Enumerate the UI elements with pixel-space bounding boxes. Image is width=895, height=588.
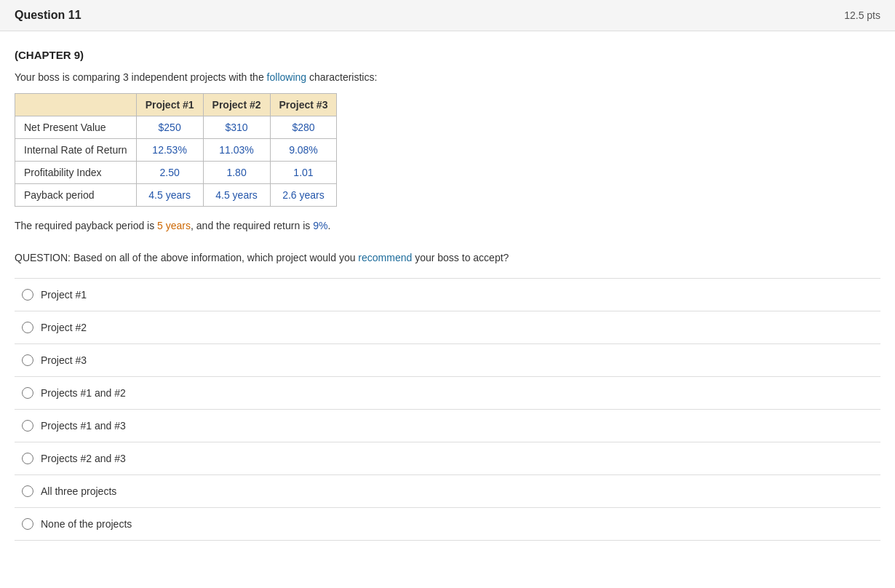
radio-input-opt5[interactable] [22, 420, 33, 432]
radio-label-opt7: All three projects [41, 485, 116, 497]
radio-input-opt2[interactable] [22, 322, 33, 333]
table-label-2: Profitability Index [15, 162, 137, 184]
radio-label-opt1: Project #1 [41, 289, 87, 301]
payback-years: 5 years [157, 220, 191, 231]
radio-option-opt2[interactable]: Project #2 [15, 311, 880, 344]
intro-highlight: following [267, 71, 306, 83]
question-highlight: recommend [358, 252, 412, 263]
table-value-1-0: 12.53% [136, 139, 203, 162]
table-row: Profitability Index2.501.801.01 [15, 162, 337, 184]
radio-option-opt5[interactable]: Projects #1 and #3 [15, 410, 880, 442]
table-value-3-0: 4.5 years [136, 184, 203, 207]
table-value-2-1: 1.80 [203, 162, 270, 184]
table-value-0-1: $310 [203, 116, 270, 139]
payback-text-part3: . [327, 220, 330, 231]
radio-option-opt8[interactable]: None of the projects [15, 508, 880, 541]
question-title: Question 11 [15, 9, 81, 22]
radio-label-opt5: Projects #1 and #3 [41, 420, 126, 432]
main-content: (CHAPTER 9) Your boss is comparing 3 ind… [0, 31, 895, 558]
radio-input-opt1[interactable] [22, 289, 33, 301]
table-header-proj3: Project #3 [270, 94, 337, 116]
table-header-proj2: Project #2 [203, 94, 270, 116]
table-value-2-2: 1.01 [270, 162, 337, 184]
payback-info: The required payback period is 5 years, … [15, 220, 880, 231]
required-return: 9% [313, 220, 327, 231]
radio-option-opt3[interactable]: Project #3 [15, 344, 880, 377]
intro-text-part2: characteristics: [306, 71, 377, 83]
payback-text-part1: The required payback period is [15, 220, 157, 231]
radio-option-opt1[interactable]: Project #1 [15, 279, 880, 311]
table-value-1-2: 9.08% [270, 139, 337, 162]
chapter-label: (CHAPTER 9) [15, 49, 880, 61]
table-header-row: Project #1 Project #2 Project #3 [15, 94, 337, 116]
question-text: QUESTION: Based on all of the above info… [15, 252, 880, 263]
radio-input-opt3[interactable] [22, 354, 33, 366]
table-row: Net Present Value$250$310$280 [15, 116, 337, 139]
table-label-3: Payback period [15, 184, 137, 207]
table-label-0: Net Present Value [15, 116, 137, 139]
radio-label-opt2: Project #2 [41, 322, 87, 333]
table-value-0-0: $250 [136, 116, 203, 139]
radio-option-opt4[interactable]: Projects #1 and #2 [15, 377, 880, 410]
radio-input-opt6[interactable] [22, 453, 33, 464]
radio-options: Project #1Project #2Project #3Projects #… [15, 278, 880, 541]
table-label-1: Internal Rate of Return [15, 139, 137, 162]
table-value-2-0: 2.50 [136, 162, 203, 184]
radio-label-opt8: None of the projects [41, 518, 132, 530]
radio-label-opt3: Project #3 [41, 354, 87, 366]
question-points: 12.5 pts [844, 9, 880, 21]
radio-input-opt7[interactable] [22, 485, 33, 497]
table-row: Payback period4.5 years4.5 years2.6 year… [15, 184, 337, 207]
table-value-3-1: 4.5 years [203, 184, 270, 207]
question-text-part1: QUESTION: Based on all of the above info… [15, 252, 358, 263]
question-text-part2: your boss to accept? [412, 252, 509, 263]
table-header-proj1: Project #1 [136, 94, 203, 116]
table-value-1-1: 11.03% [203, 139, 270, 162]
intro-text: Your boss is comparing 3 independent pro… [15, 71, 880, 83]
radio-label-opt4: Projects #1 and #2 [41, 387, 126, 399]
radio-input-opt8[interactable] [22, 518, 33, 530]
radio-label-opt6: Projects #2 and #3 [41, 453, 126, 464]
table-value-3-2: 2.6 years [270, 184, 337, 207]
question-header: Question 11 12.5 pts [0, 0, 895, 31]
table-header-empty [15, 94, 137, 116]
table-value-0-2: $280 [270, 116, 337, 139]
intro-text-part1: Your boss is comparing 3 independent pro… [15, 71, 267, 83]
radio-option-opt6[interactable]: Projects #2 and #3 [15, 442, 880, 475]
projects-table: Project #1 Project #2 Project #3 Net Pre… [15, 93, 337, 207]
table-row: Internal Rate of Return12.53%11.03%9.08% [15, 139, 337, 162]
radio-input-opt4[interactable] [22, 387, 33, 399]
radio-option-opt7[interactable]: All three projects [15, 475, 880, 508]
payback-text-part2: , and the required return is [191, 220, 313, 231]
